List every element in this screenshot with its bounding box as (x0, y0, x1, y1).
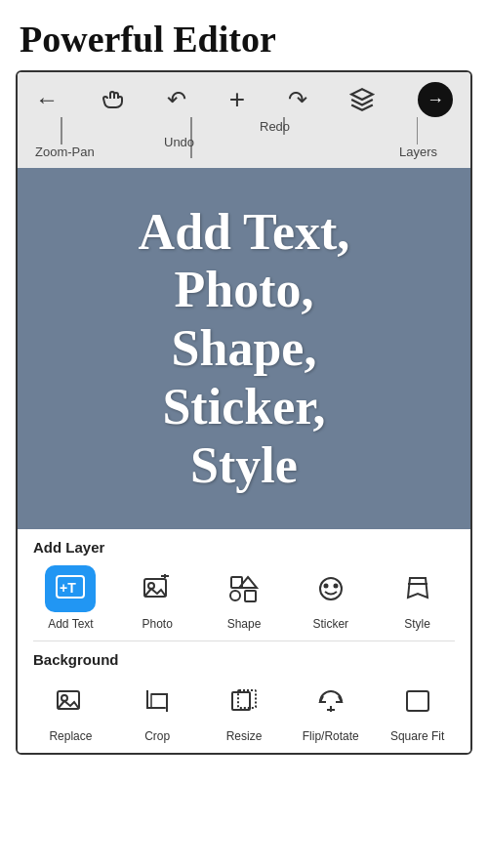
svg-rect-10 (245, 591, 256, 601)
svg-point-11 (320, 578, 342, 599)
bottom-panel: Add Layer +T Add Text (18, 529, 470, 753)
crop-tool[interactable]: Crop (114, 678, 201, 743)
photo-tool[interactable]: Photo (114, 565, 201, 631)
replace-tool[interactable]: Replace (27, 678, 114, 743)
svg-point-13 (334, 585, 337, 588)
undo-icon[interactable]: ↶ (167, 86, 186, 113)
square-fit-label: Square Fit (390, 729, 444, 743)
shape-tool[interactable]: Shape (201, 565, 288, 631)
layers-icon[interactable] (349, 87, 375, 112)
editor-frame: ← ↶ + ↷ (16, 70, 472, 755)
add-text-tool[interactable]: +T Add Text (27, 565, 114, 631)
svg-rect-22 (407, 691, 428, 711)
resize-label: Resize (226, 729, 263, 743)
canvas-area: Add Text,Photo,Shape,Sticker,Style (18, 168, 470, 529)
undo-label: Undo (164, 135, 194, 149)
page-title: Powerful Editor (0, 0, 488, 70)
photo-label: Photo (142, 617, 173, 631)
background-title: Background (18, 641, 470, 674)
add-layer-title: Add Layer (18, 529, 470, 561)
flip-rotate-tool[interactable]: Flip/Rotate (287, 678, 374, 743)
sticker-tool[interactable]: Sticker (287, 565, 374, 631)
svg-point-9 (230, 591, 240, 600)
shape-label: Shape (227, 617, 262, 631)
back-arrow-icon[interactable]: ← (35, 86, 59, 113)
style-label: Style (404, 617, 430, 631)
svg-point-12 (324, 585, 327, 588)
svg-rect-17 (151, 694, 167, 708)
flip-rotate-label: Flip/Rotate (303, 729, 359, 743)
layers-label: Layers (399, 145, 437, 159)
zoom-pan-label: Zoom-Pan (35, 145, 95, 159)
svg-marker-0 (351, 89, 373, 100)
add-layer-section: Add Layer +T Add Text (18, 529, 470, 641)
svg-text:+T: +T (60, 580, 76, 596)
style-tool[interactable]: Style (374, 565, 461, 631)
toolbar: ← ↶ + ↷ (18, 72, 470, 168)
canvas-text: Add Text,Photo,Shape,Sticker,Style (119, 184, 370, 515)
add-icon[interactable]: + (229, 84, 245, 115)
zoom-pan-icon[interactable] (102, 88, 125, 111)
crop-label: Crop (144, 729, 170, 743)
redo-icon[interactable]: ↷ (288, 86, 307, 113)
add-text-label: Add Text (48, 617, 93, 631)
square-fit-tool[interactable]: Square Fit (374, 678, 461, 743)
next-icon[interactable]: → (418, 82, 453, 117)
sticker-label: Sticker (312, 617, 348, 631)
resize-tool[interactable]: Resize (201, 678, 288, 743)
redo-label: Redo (260, 119, 290, 134)
background-section: Background Replace (18, 641, 470, 753)
replace-label: Replace (49, 729, 92, 743)
